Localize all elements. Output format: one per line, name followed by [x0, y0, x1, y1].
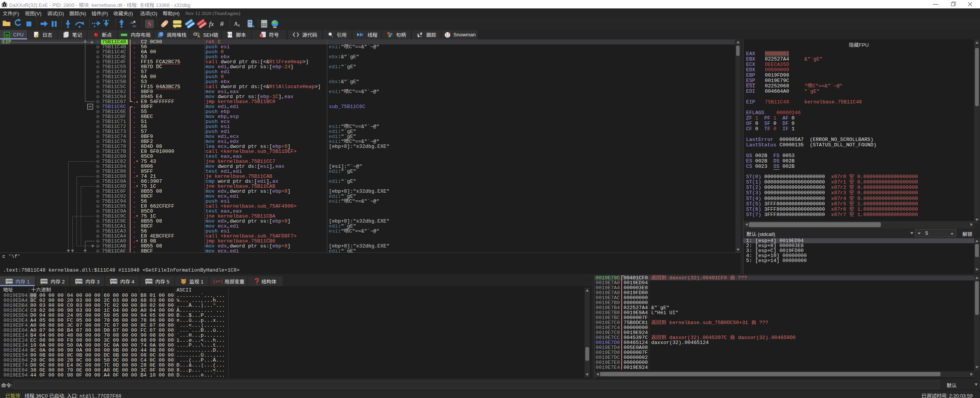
- svg-text:z: z: [238, 23, 240, 27]
- svg-text:#: #: [220, 20, 224, 28]
- svg-text:fx: fx: [209, 20, 214, 28]
- svg-text:32: 32: [5, 33, 9, 37]
- svg-text:!: !: [198, 35, 199, 38]
- svg-text:A: A: [234, 21, 238, 27]
- svg-text:[x=]: [x=]: [213, 279, 223, 284]
- svg-text:S: S: [148, 21, 151, 27]
